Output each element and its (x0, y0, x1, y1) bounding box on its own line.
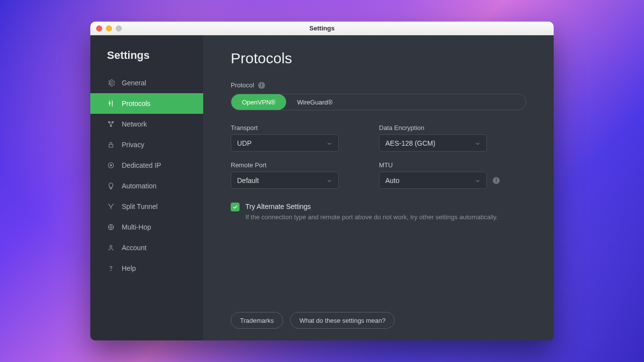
svg-point-8 (110, 270, 111, 271)
window-body: Settings General Protocols (90, 35, 554, 340)
chevron-down-icon (475, 140, 481, 146)
sidebar-item-label: Privacy (122, 141, 144, 149)
sidebar-item-network[interactable]: Network (90, 114, 203, 134)
split-tunnel-icon (107, 203, 115, 210)
help-icon (107, 264, 115, 272)
sidebar: Settings General Protocols (90, 35, 203, 340)
alternate-settings-desc: If the connection type and remote port a… (245, 213, 498, 221)
page-title: Protocols (231, 50, 526, 67)
window-titlebar: Settings (90, 22, 554, 35)
sidebar-item-general[interactable]: General (90, 73, 203, 93)
sidebar-heading: Settings (90, 44, 203, 73)
protocol-segmented: OpenVPN® WireGuard® (231, 94, 526, 110)
protocols-icon (107, 100, 115, 107)
transport-value: UDP (237, 139, 252, 147)
field-mtu: MTU Auto i (379, 161, 487, 189)
account-icon (107, 244, 115, 252)
remote-port-label: Remote Port (231, 161, 339, 169)
settings-grid: Transport UDP Data Encryption AES-128 (G… (231, 124, 526, 189)
field-data-encryption: Data Encryption AES-128 (GCM) (379, 124, 487, 152)
sidebar-item-label: General (122, 79, 146, 87)
data-encryption-select[interactable]: AES-128 (GCM) (379, 134, 487, 152)
window-title: Settings (90, 25, 554, 32)
sidebar-item-label: Account (122, 244, 147, 252)
remote-port-value: Default (237, 177, 259, 184)
sidebar-item-multi-hop[interactable]: Multi-Hop (90, 217, 203, 237)
data-encryption-label: Data Encryption (379, 124, 487, 131)
multi-hop-icon (107, 223, 115, 231)
sidebar-nav: General Protocols Network (90, 73, 203, 279)
svg-point-5 (110, 164, 111, 166)
mtu-select[interactable]: Auto (379, 172, 487, 189)
svg-rect-3 (109, 144, 113, 147)
sidebar-item-label: Automation (122, 182, 157, 190)
desktop-background: Settings Settings General (0, 0, 644, 362)
info-icon[interactable]: i (493, 177, 500, 184)
sidebar-item-label: Help (122, 264, 136, 272)
field-transport: Transport UDP (231, 124, 339, 152)
main-panel: Protocols Protocol i OpenVPN® WireGuard®… (203, 35, 554, 340)
sidebar-item-protocols[interactable]: Protocols (90, 93, 203, 114)
lock-icon (107, 141, 115, 149)
mtu-value: Auto (385, 177, 400, 184)
transport-select[interactable]: UDP (231, 134, 339, 152)
sidebar-item-label: Split Tunnel (122, 203, 158, 210)
svg-point-2 (110, 126, 112, 127)
sidebar-item-privacy[interactable]: Privacy (90, 134, 203, 155)
data-encryption-value: AES-128 (GCM) (385, 139, 435, 147)
mtu-label: MTU (379, 161, 487, 169)
field-remote-port: Remote Port Default (231, 161, 339, 189)
minimize-button[interactable] (106, 26, 112, 31)
sidebar-item-account[interactable]: Account (90, 237, 203, 258)
chevron-down-icon (475, 178, 481, 183)
chevron-down-icon (326, 178, 332, 183)
dedicated-ip-icon (107, 161, 115, 169)
alternate-settings-text: Try Alternate Settings If the connection… (245, 203, 498, 221)
alternate-settings-row: Try Alternate Settings If the connection… (231, 203, 526, 221)
transport-label: Transport (231, 124, 339, 131)
footer-buttons: Trademarks What do these settings mean? (231, 312, 395, 329)
chevron-down-icon (326, 140, 332, 146)
sidebar-item-split-tunnel[interactable]: Split Tunnel (90, 196, 203, 217)
settings-help-button[interactable]: What do these settings mean? (290, 312, 395, 329)
alternate-settings-title: Try Alternate Settings (245, 203, 498, 210)
close-button[interactable] (96, 26, 102, 31)
sidebar-item-label: Protocols (122, 100, 150, 107)
alternate-settings-checkbox[interactable] (231, 203, 240, 211)
segment-wireguard[interactable]: WireGuard® (286, 94, 343, 110)
lightbulb-icon (107, 182, 115, 190)
sidebar-item-dedicated-ip[interactable]: Dedicated IP (90, 155, 203, 176)
remote-port-select[interactable]: Default (231, 172, 339, 189)
info-icon[interactable]: i (258, 82, 265, 89)
sidebar-item-label: Dedicated IP (122, 161, 161, 169)
sidebar-item-label: Multi-Hop (122, 223, 151, 231)
svg-point-7 (110, 245, 112, 247)
sidebar-item-help[interactable]: Help (90, 258, 203, 279)
gear-icon (107, 79, 115, 87)
settings-window: Settings Settings General (90, 22, 554, 340)
zoom-button[interactable] (116, 26, 122, 31)
network-icon (107, 120, 115, 128)
traffic-lights (96, 22, 122, 35)
segment-openvpn[interactable]: OpenVPN® (231, 94, 286, 110)
trademarks-button[interactable]: Trademarks (231, 312, 283, 329)
sidebar-item-automation[interactable]: Automation (90, 176, 203, 196)
protocol-label-row: Protocol i (231, 81, 526, 89)
protocol-label: Protocol (231, 81, 254, 89)
sidebar-item-label: Network (122, 120, 147, 128)
